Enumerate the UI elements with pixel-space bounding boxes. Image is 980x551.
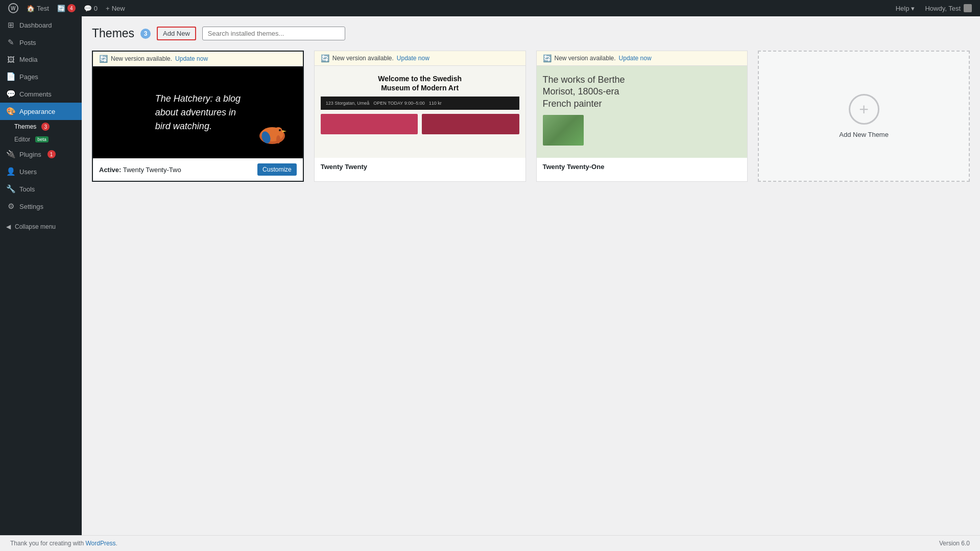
svg-marker-6 <box>282 130 286 132</box>
update-icon-tto: 🔄 <box>543 54 552 62</box>
sidebar-item-appearance[interactable]: 🎨 Appearance <box>0 103 82 120</box>
update-notice-twentytwenty: 🔄 New version available. Update now <box>315 51 525 66</box>
theme-card-twentytwentytwo[interactable]: 🔄 New version available. Update now The … <box>92 51 304 182</box>
tt-museum-title: Welcome to the SwedishMuseum of Modern A… <box>378 74 462 92</box>
howdy-menu[interactable]: Howdy, Test <box>921 0 976 16</box>
wordpress-link[interactable]: WordPress <box>85 540 115 547</box>
sidebar-item-dashboard[interactable]: ⊞ Dashboard <box>0 16 82 34</box>
sidebar-submenu-editor[interactable]: Editor beta <box>0 133 82 146</box>
theme-info-twentytwentyone: Twenty Twenty-One <box>537 158 748 176</box>
update-now-link-twentytwentyone[interactable]: Update now <box>619 55 652 62</box>
theme-card-twentytwentyone[interactable]: 🔄 New version available. Update now The … <box>536 51 748 182</box>
svg-text:W: W <box>11 6 16 11</box>
page-title: Themes <box>92 27 134 40</box>
admin-menu: ⊞ Dashboard ✎ Posts 🖼 Media 📄 Pages 💬 Co… <box>0 16 82 535</box>
adminbar-site-name[interactable]: 🏠 Test <box>22 0 53 16</box>
sidebar-item-plugins[interactable]: 🔌 Plugins 1 <box>0 146 82 163</box>
themes-header: Themes 3 Add New <box>92 27 970 40</box>
sidebar-item-media[interactable]: 🖼 Media <box>0 51 82 68</box>
plus-circle-icon: + <box>849 94 879 125</box>
theme-screenshot-twentytwentytwo: The Hatchery: a blogabout adventures inb… <box>93 66 303 158</box>
sidebar-item-posts[interactable]: ✎ Posts <box>0 34 82 51</box>
plugins-icon: 🔌 <box>6 150 15 159</box>
appearance-icon: 🎨 <box>6 107 15 116</box>
theme-screenshot-twentytwentyone: The works of BertheMorisot, 1800s-eraFre… <box>537 66 748 158</box>
footer: Thank you for creating with WordPress. V… <box>0 535 980 551</box>
collapse-icon: ◀ <box>6 223 11 230</box>
collapse-menu[interactable]: ◀ Collapse menu <box>0 219 82 234</box>
theme-info-twentytwenty: Twenty Twenty <box>315 158 525 176</box>
dashboard-icon: ⊞ <box>6 20 15 30</box>
footer-version: Version 6.0 <box>939 540 970 547</box>
adminbar-comments[interactable]: 💬 0 <box>80 0 102 16</box>
theme-screenshot-twentytwenty: Welcome to the SwedishMuseum of Modern A… <box>315 66 525 158</box>
tt-banner: 123 Storgatan, Umeå OPEN TODAY 9:00–5:00… <box>321 97 519 110</box>
sidebar-item-pages[interactable]: 📄 Pages <box>0 68 82 85</box>
sidebar-item-users[interactable]: 👤 Users <box>0 163 82 180</box>
themes-grid: 🔄 New version available. Update now The … <box>92 51 970 182</box>
chevron-down-icon: ▾ <box>911 5 915 12</box>
svg-point-4 <box>274 127 282 135</box>
tto-image <box>543 115 584 146</box>
plus-icon: + <box>106 5 110 12</box>
hatchery-tagline: The Hatchery: a blogabout adventures inb… <box>155 92 241 133</box>
media-icon: 🖼 <box>6 55 15 64</box>
wp-logo[interactable]: W <box>4 0 22 16</box>
update-now-link-twentytwentytwo[interactable]: Update now <box>175 55 208 62</box>
theme-info-twentytwentytwo: Active: Twenty Twenty-Two Customize <box>93 158 303 181</box>
update-now-link-twentytwenty[interactable]: Update now <box>397 55 429 62</box>
comments-icon: 💬 <box>6 89 15 99</box>
svg-point-8 <box>276 135 280 143</box>
add-new-theme-card[interactable]: + Add New Theme <box>758 51 970 182</box>
content-area: Themes 3 Add New 🔄 New version available… <box>82 16 980 535</box>
footer-credit: Thank you for creating with WordPress. <box>10 540 117 547</box>
svg-point-5 <box>279 129 281 131</box>
update-notice-twentytwentytwo: 🔄 New version available. Update now <box>93 52 303 66</box>
sidebar-item-settings[interactable]: ⚙ Settings <box>0 198 82 215</box>
customize-button[interactable]: Customize <box>257 163 297 176</box>
settings-icon: ⚙ <box>6 202 15 211</box>
tt-color-blocks <box>321 114 519 134</box>
pages-icon: 📄 <box>6 72 15 81</box>
home-icon: 🏠 <box>27 5 35 12</box>
update-notice-twentytwentyone: 🔄 New version available. Update now <box>537 51 748 66</box>
help-button[interactable]: Help ▾ <box>890 0 921 16</box>
sidebar-item-comments[interactable]: 💬 Comments <box>0 85 82 103</box>
themes-count-badge: 3 <box>140 29 151 39</box>
theme-name-twentytwentyone: Twenty Twenty-One <box>543 163 605 171</box>
bird-illustration <box>252 118 293 153</box>
tt-block-2 <box>422 114 519 134</box>
add-new-button[interactable]: Add New <box>157 27 196 40</box>
update-icon: 🔄 <box>99 55 108 63</box>
avatar <box>964 4 972 12</box>
tt-block-1 <box>321 114 418 134</box>
update-icon-tt: 🔄 <box>321 54 329 62</box>
active-label: Active: Twenty Twenty-Two <box>99 166 181 174</box>
comments-icon: 💬 <box>84 5 92 12</box>
theme-card-twentytwenty[interactable]: 🔄 New version available. Update now Welc… <box>314 51 526 182</box>
updates-icon: 🔄 <box>57 5 65 12</box>
add-new-theme-label: Add New Theme <box>839 131 889 138</box>
adminbar-updates[interactable]: 🔄 4 <box>53 0 80 16</box>
adminbar-new[interactable]: + New <box>102 0 129 16</box>
search-input[interactable] <box>202 27 345 40</box>
admin-bar: W 🏠 Test 🔄 4 💬 0 + New Help ▾ Howdy, Tes… <box>0 0 980 16</box>
posts-icon: ✎ <box>6 38 15 47</box>
tto-works-title: The works of BertheMorisot, 1800s-eraFre… <box>543 74 742 110</box>
theme-name-twentytwenty: Twenty Twenty <box>321 163 367 171</box>
users-icon: 👤 <box>6 167 15 176</box>
sidebar-item-tools[interactable]: 🔧 Tools <box>0 180 82 198</box>
tools-icon: 🔧 <box>6 184 15 194</box>
sidebar-submenu-themes[interactable]: Themes 3 <box>0 120 82 133</box>
